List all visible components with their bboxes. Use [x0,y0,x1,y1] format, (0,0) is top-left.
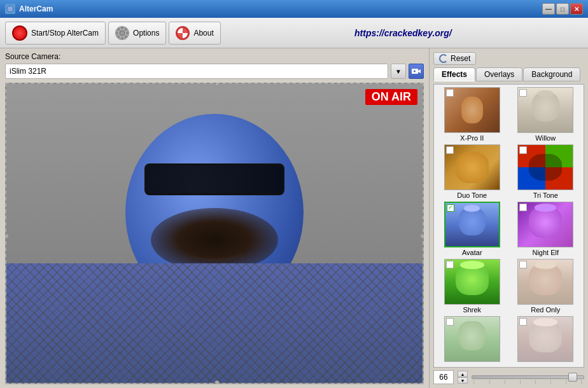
effect-name-redonly: Red Only [531,306,560,314]
record-icon [12,25,27,41]
about-button[interactable]: About [169,22,220,45]
bottom-controls: 66 ▲ ▼ | | | | | | | | [433,368,584,384]
effect-name-duotone: Duo Tone [457,191,487,199]
spin-down-button[interactable]: ▼ [458,377,468,384]
reset-button[interactable]: Reset [433,52,476,65]
effect-thumb-shrek [444,259,500,305]
start-stop-label: Start/Stop AlterCam [31,29,99,38]
tab-effects[interactable]: Effects [433,67,475,81]
window-title: AlterCam [19,4,542,13]
tabs-row: Effects Overlays Background [433,67,584,81]
effect-thumb-tritone [517,144,573,190]
effect-checkbox-avatar[interactable] [447,204,454,212]
source-camera-label: Source Camera: [5,52,424,61]
app-icon [5,4,15,14]
effect-tritone[interactable]: Tri Tone [510,144,582,199]
effect-unknown2[interactable] [510,316,582,363]
svg-point-1 [120,31,125,36]
effects-container: X-Pro II Willow [433,84,584,368]
url-display: https://crackedkey.org/ [223,28,583,38]
camera-select[interactable]: iSlim 321R [5,64,388,79]
svg-marker-11 [418,69,421,73]
window-controls: — □ ✕ [542,3,583,15]
effect-name-avatar: Avatar [462,249,482,256]
toolbar: Start/Stop AlterCam Options About https:… [0,18,588,48]
svg-point-2 [121,27,123,29]
close-button[interactable]: ✕ [570,3,583,15]
effect-thumb-redonly [517,259,573,305]
effect-thumb-duotone [444,144,500,190]
effect-willow[interactable]: Willow [510,87,582,142]
effect-checkbox-redonly[interactable] [519,261,527,268]
video-content [6,84,423,383]
effect-shrek[interactable]: Shrek [437,259,508,314]
effect-checkbox-xpro[interactable] [446,89,454,97]
video-area: ON AIR [5,83,424,384]
value-display: 66 [433,370,454,384]
effect-thumb-unknown2 [517,316,573,362]
effect-checkbox-duotone[interactable] [446,146,454,154]
tab-background[interactable]: Background [523,67,580,81]
select-arrow[interactable]: ▼ [391,64,406,79]
lifesaver-icon [176,26,190,40]
resize-handle-right[interactable] [420,233,424,239]
effect-redonly[interactable]: Red Only [510,259,582,314]
svg-point-12 [414,71,416,73]
start-stop-button[interactable]: Start/Stop AlterCam [5,22,106,45]
effect-thumb-avatar [444,202,500,247]
resize-handle-bottom[interactable] [214,380,220,384]
camera-settings-button[interactable] [409,64,424,79]
effect-thumb-nightelf [517,202,573,247]
effect-checkbox-tritone[interactable] [519,146,527,154]
effect-avatar[interactable]: Avatar [437,202,508,256]
effects-grid: X-Pro II Willow [437,87,581,363]
options-button[interactable]: Options [108,22,166,45]
svg-point-6 [118,28,120,31]
camera-select-row: iSlim 321R ▼ [5,64,424,79]
gear-icon [115,26,129,40]
effect-xpro[interactable]: X-Pro II [437,87,508,142]
effect-thumb-xpro [444,87,500,133]
about-label: About [193,29,213,38]
glasses [144,163,284,195]
reset-label: Reset [451,54,470,63]
svg-point-0 [7,6,13,12]
main-content: Source Camera: iSlim 321R ▼ [0,48,588,388]
options-label: Options [133,29,159,38]
effect-name-shrek: Shrek [463,306,481,314]
effect-checkbox-unknown1[interactable] [446,318,454,326]
reset-icon [439,54,448,63]
beard [151,208,278,272]
effect-checkbox-unknown2[interactable] [519,318,527,326]
svg-point-5 [126,32,129,34]
minimize-button[interactable]: — [542,3,555,15]
effect-name-willow: Willow [535,134,556,142]
effect-name-tritone: Tri Tone [533,191,558,199]
tab-overlays[interactable]: Overlays [476,67,522,81]
svg-point-4 [116,32,118,34]
svg-point-3 [121,37,123,39]
svg-point-8 [118,35,120,38]
effect-thumb-unknown1 [444,316,500,362]
spin-up-button[interactable]: ▲ [458,371,468,377]
effect-checkbox-willow[interactable] [519,89,527,97]
slider-track[interactable]: | | | | | | | | [472,375,584,379]
svg-point-7 [125,35,127,38]
on-air-badge: ON AIR [365,89,417,105]
effect-thumb-willow [517,87,573,133]
effect-unknown1[interactable] [437,316,508,363]
effect-checkbox-shrek[interactable] [446,261,454,268]
effect-name-xpro: X-Pro II [460,134,484,142]
right-panel: Reset Effects Overlays Background X-Pro … [429,48,588,388]
title-bar: AlterCam — □ ✕ [0,0,588,18]
svg-point-9 [125,28,127,31]
effect-checkbox-nightelf[interactable] [519,204,527,211]
spin-buttons: ▲ ▼ [458,371,468,384]
effect-name-nightelf: Night Elf [532,249,559,256]
effect-nightelf[interactable]: Night Elf [510,202,582,256]
maximize-button[interactable]: □ [556,3,569,15]
left-panel: Source Camera: iSlim 321R ▼ [0,48,429,388]
effect-duotone[interactable]: Duo Tone [437,144,508,199]
